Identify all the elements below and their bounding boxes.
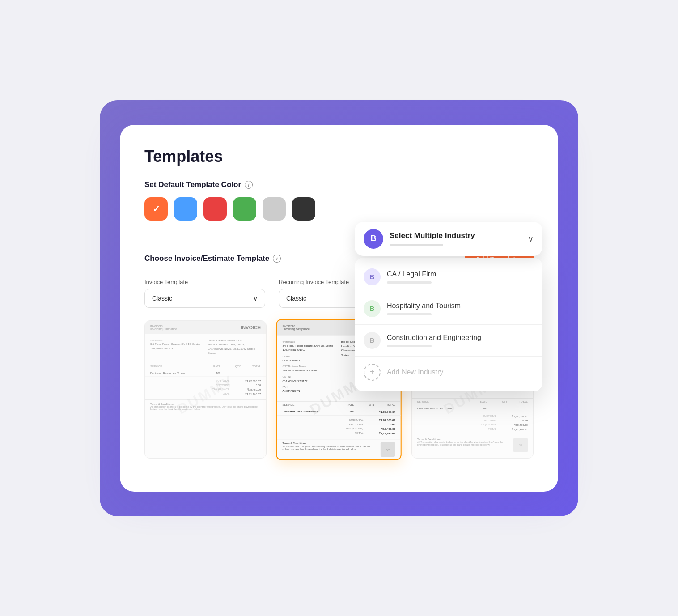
template-section-label: Choose Invoice/Estimate Template i [144, 254, 281, 263]
swatch-orange[interactable] [144, 197, 168, 221]
brand-center: invoicera Invoicing Simplified [283, 324, 310, 331]
swatch-green[interactable] [233, 197, 256, 221]
color-section-label: Set Default Template Color i [144, 180, 534, 189]
invoice-table-row-right: Dedicated Resources 5/more 100 [412, 405, 533, 412]
industry-dropdown-list: B CA / Legal Firm B Hospitality [355, 258, 542, 391]
qr-code-right: QR [513, 438, 528, 452]
industry-avatar-ca: B [364, 268, 381, 285]
invoice-table-row-left: Dedicated Resources 5/more 100 [145, 370, 266, 377]
outer-wrapper: Templates Set Default Template Color i C… [93, 93, 585, 523]
add-industry-label: Add New Industry [387, 368, 443, 376]
brand-left: invoicera Invoicing Simplified [150, 324, 177, 331]
industry-ca-name: CA / Legal Firm [387, 270, 534, 278]
template-info-icon[interactable]: i [273, 255, 281, 263]
invoice-table-header-center: SERVICE RATE QTY TOTAL [277, 401, 401, 408]
invoice-previews: invoicera Invoicing Simplified INVOICE W… [144, 320, 534, 459]
trigger-title: Select Multiple Industry [390, 231, 521, 240]
invoice-template-select[interactable]: Classic ∨ [144, 289, 265, 308]
invoice-row: Workstatus 3rd Floor, Fusion Square, SA … [150, 339, 261, 356]
invoice-chevron-icon: ∨ [253, 295, 258, 302]
page-title: Templates [144, 147, 534, 166]
industry-avatar-construction: B [364, 332, 381, 349]
industry-construction-name: Construction and Engineering [387, 334, 534, 342]
invoice-table-row-center: Dedicated Resources 5/more 100 ₹1,02,606… [277, 408, 401, 415]
invoice-totals-right: SUBTOTAL ₹1,02,606.67 DISCOUNT 0.00 TAX … [412, 412, 533, 435]
chevron-down-icon: ∨ [528, 234, 534, 244]
color-info-icon[interactable]: i [245, 181, 253, 189]
invoice-template-group: Invoice Template Classic ∨ [144, 279, 265, 308]
industry-item-hospitality[interactable]: B Hospitality and Tourism [355, 293, 542, 325]
swatch-red[interactable] [203, 197, 227, 221]
invoice-preview-left: invoicera Invoicing Simplified INVOICE W… [144, 320, 267, 459]
industry-ca-subline [387, 281, 432, 284]
invoice-header-left: invoicera Invoicing Simplified INVOICE [145, 321, 266, 334]
industry-avatar-hospitality: B [364, 300, 381, 317]
add-industry-circle-icon: + [364, 364, 381, 381]
color-swatches [144, 197, 534, 221]
invoice-terms-center: Terms & Conditions All Transaction charg… [277, 438, 401, 459]
industry-construction-content: Construction and Engineering [387, 334, 534, 347]
industry-avatar-main: B [364, 229, 383, 249]
invoice-table-header-left: SERVICE RATE QTY TOTAL [145, 363, 266, 370]
industry-hospitality-content: Hospitality and Tourism [387, 302, 534, 315]
invoice-body-left: Workstatus 3rd Floor, Fusion Square, SA … [145, 334, 266, 363]
trigger-text: Select Multiple Industry [390, 231, 521, 246]
invoice-terms-left: Terms & Conditions All Transaction charg… [145, 399, 266, 413]
select-industry-trigger[interactable]: B Select Multiple Industry ∨ [355, 222, 542, 256]
trigger-subtitle-bar [390, 244, 443, 246]
main-card: Templates Set Default Template Color i C… [120, 125, 558, 492]
invoice-terms-right: Terms & Conditions All Transaction charg… [412, 435, 533, 455]
industry-construction-subline [387, 345, 432, 347]
industry-ca-content: CA / Legal Firm [387, 270, 534, 284]
industry-item-ca-legal[interactable]: B CA / Legal Firm [355, 261, 542, 293]
invoice-totals-left: SUBTOTAL ₹1,02,606.67 DISCOUNT 0.00 TAX … [145, 377, 266, 399]
swatch-dark[interactable] [292, 197, 315, 221]
industry-item-construction[interactable]: B Construction and Engineering [355, 325, 542, 357]
swatch-light-gray[interactable] [263, 197, 286, 221]
purple-bg-container: Templates Set Default Template Color i C… [100, 100, 578, 516]
invoice-template-label: Invoice Template [144, 279, 265, 285]
add-new-industry-item[interactable]: + Add New Industry [355, 357, 542, 388]
industry-hospitality-subline [387, 313, 432, 315]
invoice-totals-center: SUBTOTAL ₹1,02,606.67 DISCOUNT 0.00 TAX … [277, 415, 401, 438]
industry-hospitality-name: Hospitality and Tourism [387, 302, 534, 310]
invoice-table-header-right: SERVICE RATE QTY TOTAL [412, 398, 533, 405]
qr-code: QR [381, 442, 395, 456]
invoice-label-left: INVOICE [241, 325, 261, 330]
swatch-blue[interactable] [174, 197, 197, 221]
